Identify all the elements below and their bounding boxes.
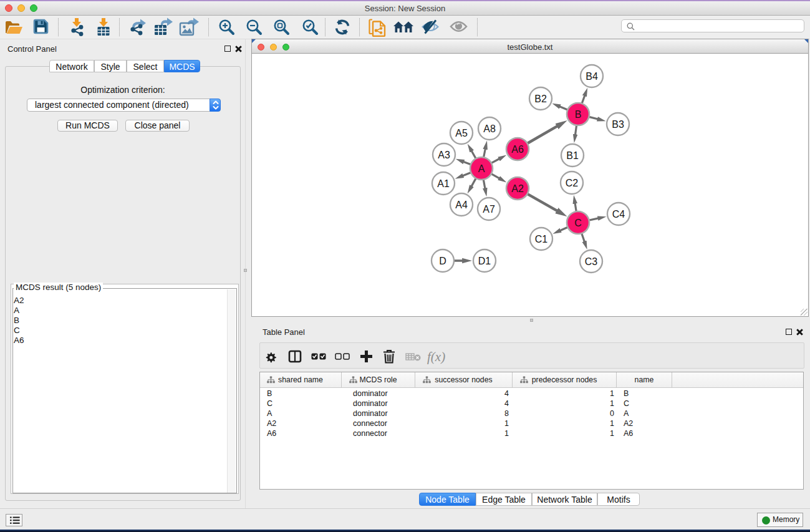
svg-text:A8: A8 [483, 123, 496, 134]
svg-text:A7: A7 [483, 204, 495, 215]
svg-text:C4: C4 [612, 209, 625, 220]
svg-text:D: D [439, 256, 446, 266]
svg-text:B: B [575, 109, 582, 120]
svg-text:D1: D1 [478, 256, 491, 266]
svg-text:C1: C1 [535, 234, 548, 244]
svg-text:A: A [478, 163, 485, 174]
svg-text:A4: A4 [455, 200, 468, 210]
svg-text:C2: C2 [566, 178, 579, 188]
svg-text:A3: A3 [438, 150, 450, 160]
svg-text:B4: B4 [586, 71, 598, 82]
svg-text:A6: A6 [511, 144, 524, 155]
svg-text:A1: A1 [437, 178, 450, 189]
svg-text:B3: B3 [612, 119, 624, 130]
svg-text:B1: B1 [566, 150, 579, 161]
svg-text:B2: B2 [534, 94, 547, 104]
svg-text:C: C [574, 218, 582, 228]
svg-text:C3: C3 [585, 256, 598, 267]
svg-text:A5: A5 [455, 128, 468, 138]
svg-text:A2: A2 [511, 183, 524, 194]
